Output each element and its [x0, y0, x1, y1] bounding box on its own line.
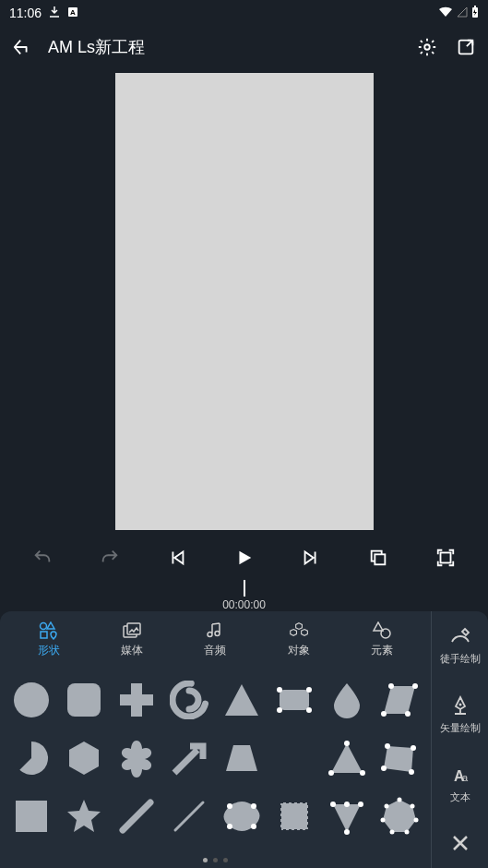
side-tool-label: 矢量绘制: [440, 721, 481, 735]
shape-heptagon[interactable]: [375, 790, 423, 844]
svg-point-45: [410, 804, 414, 809]
objects-icon: [289, 621, 309, 641]
shape-triangle[interactable]: [218, 672, 267, 727]
tab-media[interactable]: 媒体: [121, 621, 143, 658]
svg-point-24: [405, 711, 411, 717]
project-title: AM Ls新工程: [48, 36, 401, 58]
svg-point-47: [404, 830, 409, 835]
shape-crescent[interactable]: [269, 730, 318, 785]
shape-triangle-path[interactable]: [322, 730, 371, 785]
shape-plus[interactable]: [113, 672, 161, 727]
tab-label: 形状: [38, 643, 60, 658]
svg-point-4: [424, 44, 430, 50]
svg-point-17: [277, 687, 282, 693]
freehand-draw-button[interactable]: 徒手绘制: [432, 611, 488, 681]
tab-label: 元素: [371, 643, 393, 658]
svg-rect-7: [375, 554, 385, 564]
shape-drop[interactable]: [322, 672, 371, 727]
shape-star[interactable]: [60, 790, 109, 844]
svg-point-30: [409, 769, 414, 775]
shape-hexagon[interactable]: [60, 730, 109, 785]
undo-button[interactable]: [24, 539, 61, 576]
tab-shapes[interactable]: 形状: [38, 621, 60, 658]
shape-arc[interactable]: [165, 672, 214, 727]
vector-draw-button[interactable]: 矢量绘制: [432, 681, 488, 750]
status-time: 11:06: [9, 6, 42, 20]
shape-line-thick[interactable]: [113, 790, 161, 844]
playback-controls: [0, 536, 488, 580]
redo-button[interactable]: [91, 539, 128, 576]
svg-point-21: [388, 683, 394, 689]
svg-line-34: [175, 802, 203, 830]
shape-blob-path[interactable]: [218, 790, 267, 844]
page-indicator: [0, 851, 431, 868]
shape-quad-path[interactable]: [375, 730, 423, 785]
shape-flower[interactable]: [113, 730, 161, 785]
skip-end-button[interactable]: [292, 539, 329, 576]
svg-point-49: [380, 818, 385, 823]
shape-trapezoid[interactable]: [218, 730, 267, 785]
shape-square[interactable]: [7, 790, 56, 844]
svg-point-37: [227, 824, 232, 829]
svg-point-48: [389, 830, 394, 835]
skip-start-button[interactable]: [159, 539, 196, 576]
shape-circle[interactable]: [7, 672, 56, 727]
shape-arrow[interactable]: [165, 730, 214, 785]
svg-point-41: [344, 802, 350, 807]
shape-line-thin[interactable]: [165, 790, 214, 844]
media-icon: [122, 621, 142, 641]
close-icon: [451, 834, 470, 854]
svg-point-22: [412, 683, 418, 689]
shapes-grid: [0, 667, 431, 851]
page-dot: [223, 858, 228, 862]
shape-parallelogram[interactable]: [375, 672, 423, 727]
shape-rounded-square[interactable]: [60, 672, 109, 727]
canvas[interactable]: [115, 73, 374, 530]
shape-stamp[interactable]: [269, 790, 318, 844]
fullscreen-button[interactable]: [427, 539, 464, 576]
pen-icon: [449, 695, 471, 717]
page-dot: [213, 858, 218, 862]
tab-audio[interactable]: 音频: [204, 621, 226, 658]
status-bar: 11:06 A: [0, 0, 488, 26]
svg-point-42: [358, 802, 363, 807]
text-button[interactable]: Aa 文本: [432, 750, 488, 819]
panel-tabs: 形状 媒体 音频 对象 元素: [0, 611, 431, 667]
play-button[interactable]: [225, 539, 262, 576]
svg-point-14: [14, 682, 49, 717]
svg-point-35: [227, 803, 232, 809]
timeline[interactable]: 00:00:00: [0, 580, 488, 611]
tab-objects[interactable]: 对象: [288, 621, 310, 658]
tab-elements[interactable]: 元素: [371, 621, 393, 658]
back-button[interactable]: [9, 34, 35, 60]
side-tool-label: 文本: [450, 790, 470, 804]
close-panel-button[interactable]: [432, 819, 488, 868]
svg-rect-12: [127, 623, 140, 634]
svg-point-13: [381, 629, 390, 638]
playhead[interactable]: [244, 580, 245, 597]
battery-icon: [471, 6, 479, 21]
badge-icon: A: [67, 6, 78, 20]
svg-rect-32: [16, 801, 47, 832]
svg-point-51: [458, 704, 461, 706]
svg-point-26: [360, 770, 365, 776]
shape-pie[interactable]: [7, 730, 56, 785]
svg-point-19: [277, 707, 282, 713]
side-tool-label: 徒手绘制: [440, 652, 481, 666]
svg-rect-10: [41, 632, 47, 638]
svg-rect-3: [474, 6, 476, 7]
svg-point-18: [306, 687, 312, 693]
shape-rect-handles[interactable]: [269, 672, 318, 727]
svg-point-31: [381, 766, 387, 771]
tab-label: 对象: [288, 643, 310, 658]
tab-label: 音频: [204, 643, 226, 658]
text-icon: Aa: [449, 765, 471, 787]
app-bar: AM Ls新工程: [0, 26, 488, 67]
svg-point-27: [328, 770, 334, 776]
export-button[interactable]: [453, 34, 479, 60]
shape-diamond[interactable]: [322, 790, 371, 844]
canvas-area: [0, 67, 488, 536]
svg-point-28: [385, 743, 390, 749]
layers-button[interactable]: [360, 539, 397, 576]
settings-button[interactable]: [414, 34, 440, 60]
